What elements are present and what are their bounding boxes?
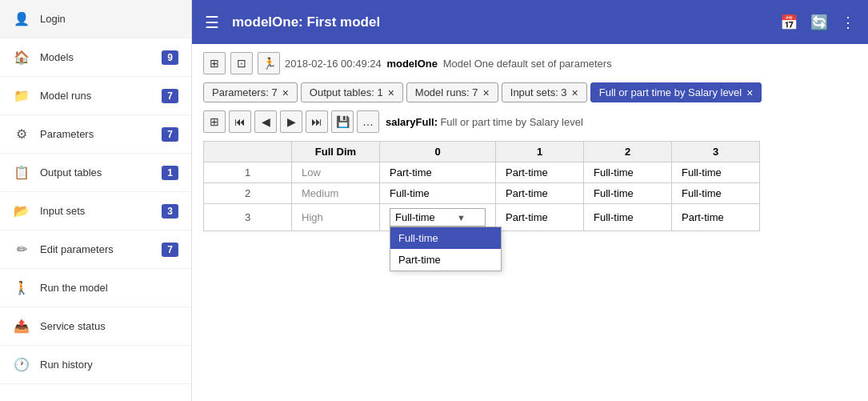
sidebar-item-parameters[interactable]: ⚙ Parameters 7	[0, 115, 191, 154]
toolbar-prev-btn[interactable]: ◀	[254, 110, 277, 133]
chevron-down-icon: ▼	[457, 213, 466, 223]
model-runs-icon: 📁	[13, 87, 30, 105]
breadcrumb-run-btn[interactable]: 🏃	[258, 52, 280, 74]
sidebar-item-output-tables[interactable]: 📋 Output tables 1	[0, 154, 191, 192]
content-area: ⊞ ⊡ 🏃 2018-02-16 00:49:24 modelOne Model…	[192, 44, 868, 401]
cell-dim-2: High	[292, 204, 380, 231]
toolbar-save-btn[interactable]: ⊞	[203, 110, 226, 133]
table-row: 2MediumFull-timePart-timeFull-timeFull-t…	[204, 183, 760, 204]
run-history-icon: 🕐	[13, 356, 30, 374]
col-header-1: 1	[496, 142, 584, 162]
cell-2-2: Full-time	[584, 204, 672, 231]
cell-0-2: Full-time	[584, 162, 672, 183]
cell-1-0: Full-time	[380, 183, 496, 204]
toolbar-more-btn[interactable]: …	[357, 110, 379, 133]
tab-close-model-runs[interactable]: ×	[483, 87, 490, 98]
toolbar-label: salaryFull: Full or part time by Salary …	[386, 116, 583, 128]
col-header-3: 3	[672, 142, 760, 162]
cell-rownum-0: 1	[204, 162, 292, 183]
sidebar-label-login: Login	[40, 13, 178, 25]
breadcrumb-text: 2018-02-16 00:49:24 modelOne Model One d…	[285, 58, 612, 70]
cell-2-3: Part-time	[672, 204, 760, 231]
tab-bar: Parameters: 7 × Output tables: 1 × Model…	[203, 82, 857, 102]
login-icon: 👤	[13, 10, 30, 28]
dropdown-selected-label: Full-time	[395, 211, 435, 223]
cell-0-3: Full-time	[672, 162, 760, 183]
col-header-2: 2	[584, 142, 672, 162]
toolbar-next-btn[interactable]: ▶	[280, 110, 302, 133]
input-sets-icon: 📂	[13, 203, 30, 220]
tab-label-output-tables: Output tables: 1	[310, 86, 383, 98]
table-row: 3HighFull-time▼Full-timePart-timePart-ti…	[204, 204, 760, 231]
topbar: ☰ modelOne: First model 📅 🔄 ⋮	[192, 0, 868, 44]
tab-parameters[interactable]: Parameters: 7 ×	[203, 82, 298, 102]
col-header-0: 0	[380, 142, 496, 162]
sidebar-badge-models: 9	[162, 50, 178, 65]
calendar-icon[interactable]: 📅	[780, 14, 798, 31]
sidebar-item-run-history[interactable]: 🕐 Run history	[0, 346, 191, 384]
sidebar-label-run-history: Run history	[40, 359, 178, 371]
cell-1-3: Full-time	[672, 183, 760, 204]
tab-close-input-sets[interactable]: ×	[572, 87, 578, 98]
sidebar-label-run-the-model: Run the model	[40, 282, 178, 294]
dropdown-menu: Full-timePart-time	[390, 227, 502, 271]
toolbar-disk-btn[interactable]: 💾	[331, 110, 354, 133]
breadcrumb-home-btn[interactable]: ⊞	[203, 52, 226, 74]
col-header-rownum	[204, 142, 292, 162]
sidebar-label-models: Models	[40, 51, 162, 63]
main-area: ☰ modelOne: First model 📅 🔄 ⋮ ⊞ ⊡ 🏃 2018…	[192, 0, 868, 401]
tab-input-sets[interactable]: Input sets: 3 ×	[502, 82, 587, 102]
dropdown-wrapper[interactable]: Full-time▼Full-timePart-time	[390, 208, 486, 227]
sidebar-item-input-sets[interactable]: 📂 Input sets 3	[0, 192, 191, 231]
refresh-icon[interactable]: 🔄	[810, 14, 828, 31]
cell-dim-0: Low	[292, 162, 380, 183]
dropdown-option-part-time[interactable]: Part-time	[390, 249, 501, 271]
toolbar-row: ⊞ ⏮ ◀ ▶ ⏭ 💾 … salaryFull: Full or part t…	[203, 110, 857, 133]
toolbar-last-btn[interactable]: ⏭	[306, 110, 328, 133]
dropdown-display[interactable]: Full-time▼	[390, 208, 486, 227]
table-row: 1LowPart-timePart-timeFull-timeFull-time	[204, 162, 760, 183]
sidebar-badge-edit-parameters: 7	[162, 243, 178, 257]
sidebar-item-run-the-model[interactable]: 🚶 Run the model	[0, 269, 191, 307]
dropdown-option-full-time[interactable]: Full-time	[390, 227, 501, 249]
tab-label-input-sets: Input sets: 3	[510, 86, 567, 98]
data-table: Full Dim 0123 1LowPart-timePart-timeFull…	[203, 141, 760, 231]
run-the-model-icon: 🚶	[13, 279, 30, 297]
cell-1-2: Full-time	[584, 183, 672, 204]
app-title: modelOne: First model	[232, 14, 770, 30]
sidebar-item-service-status[interactable]: 📤 Service status	[0, 307, 191, 346]
menu-icon[interactable]: ☰	[205, 13, 219, 32]
topbar-icons: 📅 🔄 ⋮	[780, 14, 855, 31]
tab-label-full-part-time: Full or part time by Salary level	[599, 86, 742, 98]
cell-2-0[interactable]: Full-time▼Full-timePart-time	[380, 204, 496, 231]
sidebar-item-login[interactable]: 👤 Login	[0, 0, 191, 38]
tab-label-model-runs: Model runs: 7	[415, 86, 478, 98]
sidebar-label-service-status: Service status	[40, 320, 178, 332]
sidebar-badge-parameters: 7	[162, 127, 178, 142]
cell-dim-1: Medium	[292, 183, 380, 204]
toolbar-first-btn[interactable]: ⏮	[229, 110, 251, 133]
tab-close-parameters[interactable]: ×	[282, 87, 289, 98]
sidebar-label-output-tables: Output tables	[40, 166, 162, 178]
tab-close-output-tables[interactable]: ×	[388, 87, 394, 98]
sidebar-label-model-runs: Model runs	[40, 90, 162, 102]
cell-rownum-2: 3	[204, 204, 292, 231]
sidebar-label-edit-parameters: Edit parameters	[40, 243, 162, 255]
sidebar-item-models[interactable]: 🏠 Models 9	[0, 38, 191, 77]
tab-close-full-part-time[interactable]: ×	[746, 87, 753, 98]
sidebar-item-model-runs[interactable]: 📁 Model runs 7	[0, 77, 191, 115]
cell-0-0: Part-time	[380, 162, 496, 183]
tab-full-part-time[interactable]: Full or part time by Salary level ×	[590, 82, 762, 102]
tab-output-tables[interactable]: Output tables: 1 ×	[301, 82, 403, 102]
output-tables-icon: 📋	[13, 164, 30, 182]
cell-1-1: Part-time	[496, 183, 584, 204]
more-icon[interactable]: ⋮	[841, 14, 855, 31]
tab-model-runs[interactable]: Model runs: 7 ×	[406, 82, 498, 102]
tab-label-parameters: Parameters: 7	[212, 86, 278, 98]
sidebar: 👤 Login 🏠 Models 9 📁 Model runs 7 ⚙ Para…	[0, 0, 192, 401]
breadcrumb-model-btn[interactable]: ⊡	[230, 52, 253, 74]
breadcrumb-row: ⊞ ⊡ 🏃 2018-02-16 00:49:24 modelOne Model…	[203, 52, 857, 74]
sidebar-badge-output-tables: 1	[162, 166, 178, 180]
service-status-icon: 📤	[13, 318, 30, 335]
sidebar-item-edit-parameters[interactable]: ✏ Edit parameters 7	[0, 231, 191, 269]
